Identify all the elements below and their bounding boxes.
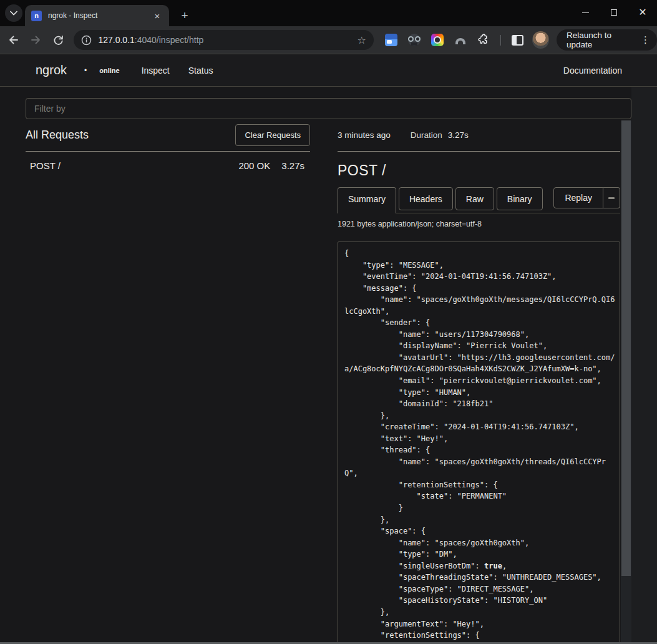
bookmark-star-icon[interactable]: ☆: [358, 34, 366, 46]
detail-duration-value: 3.27s: [448, 130, 469, 140]
requests-header: All Requests Clear Requests: [26, 119, 310, 152]
response-body-json: { "type": "MESSAGE", "eventTime": "2024-…: [344, 248, 620, 642]
status-dot-icon: •: [84, 66, 87, 75]
tab-raw[interactable]: Raw: [455, 187, 494, 210]
browser-menu-kebab-icon[interactable]: ⋮: [638, 34, 653, 46]
ngrok-inspect-page: ngrok • online Inspect Status Documentat…: [0, 54, 657, 644]
forward-icon: [31, 35, 41, 45]
request-detail-panel: 3 minutes ago Duration 3.27s POST / Summ…: [338, 119, 620, 644]
nav-link-documentation[interactable]: Documentation: [563, 66, 622, 76]
tab-title: ngrok - Inspect: [48, 11, 152, 20]
puzzle-icon: [477, 34, 490, 46]
maximize-icon: [611, 9, 617, 16]
request-row[interactable]: POST / 200 OK 3.27s: [26, 152, 310, 171]
goggle-mouth: [411, 42, 417, 46]
url-path: :4040/inspect/http: [135, 35, 204, 45]
request-duration: 3.27s: [281, 160, 304, 171]
response-body-block: { "type": "MESSAGE", "eventTime": "2024-…: [338, 242, 620, 644]
reload-icon: [53, 35, 64, 46]
close-button[interactable]: ✕: [628, 0, 657, 25]
site-info-icon[interactable]: [81, 35, 92, 46]
replay-split-button: Replay: [553, 187, 620, 208]
detail-duration-label: Duration: [411, 130, 442, 140]
minimize-button[interactable]: [571, 0, 600, 25]
profile-avatar[interactable]: [532, 31, 549, 49]
extension-tabs-icon[interactable]: [385, 34, 397, 46]
new-tab-button[interactable]: +: [177, 7, 193, 24]
back-icon: [8, 35, 19, 45]
goggle-lens-left: [408, 36, 414, 42]
close-icon: ✕: [638, 7, 646, 17]
detail-scrollbar-thumb[interactable]: [621, 120, 631, 576]
toolbar-separator: [500, 35, 501, 46]
nav-link-status[interactable]: Status: [188, 66, 213, 76]
tab-search-button[interactable]: [5, 4, 22, 22]
content-meta: 1921 bytes application/json; charset=utf…: [338, 220, 620, 228]
extensions-menu-button[interactable]: [477, 34, 490, 46]
arc-shape: [455, 38, 465, 44]
forward-button[interactable]: [27, 31, 45, 49]
reload-button[interactable]: [49, 31, 67, 49]
extensions-row: [385, 34, 523, 46]
browser-tab-active[interactable]: n ngrok - Inspect ×: [25, 5, 169, 26]
url-text[interactable]: 127.0.0.1:4040/inspect/http: [98, 35, 357, 45]
extension-tabs-detail: [387, 40, 392, 44]
relaunch-label: Relaunch to update: [567, 31, 638, 49]
clear-requests-button[interactable]: Clear Requests: [235, 124, 310, 146]
side-panel-button[interactable]: [512, 35, 523, 46]
tab-binary[interactable]: Binary: [497, 187, 543, 210]
tab-summary[interactable]: Summary: [338, 187, 396, 213]
page-content: All Requests Clear Requests POST / 200 O…: [26, 87, 631, 644]
tab-close-icon[interactable]: ×: [152, 10, 163, 21]
replay-dropdown-button[interactable]: [603, 187, 620, 208]
ngrok-brand[interactable]: ngrok: [36, 63, 67, 77]
nav-link-inspect[interactable]: Inspect: [142, 66, 170, 76]
requests-title: All Requests: [26, 129, 89, 142]
ngrok-favicon-icon: n: [31, 11, 42, 21]
address-bar[interactable]: 127.0.0.1:4040/inspect/http ☆: [74, 30, 373, 50]
detail-time-ago: 3 minutes ago: [338, 130, 391, 140]
filter-input[interactable]: [26, 98, 631, 119]
browser-tabstrip: n ngrok - Inspect × + ✕: [0, 0, 657, 26]
chevron-down-icon: [10, 11, 17, 16]
detail-meta-row: 3 minutes ago Duration 3.27s: [338, 119, 620, 152]
status-online-label: online: [99, 67, 119, 74]
ngrok-navbar: ngrok • online Inspect Status Documentat…: [0, 54, 657, 87]
detail-tabs: Summary Headers Raw Binary Replay: [338, 187, 620, 213]
detail-title: POST /: [338, 162, 620, 179]
replay-dropdown-icon: [608, 197, 615, 199]
extension-arc-icon[interactable]: [454, 34, 467, 46]
browser-toolbar: 127.0.0.1:4040/inspect/http ☆ Relaunch t…: [0, 26, 657, 54]
side-panel-inner: [517, 36, 522, 44]
relaunch-button[interactable]: Relaunch to update ⋮: [557, 29, 657, 51]
back-button[interactable]: [4, 31, 22, 49]
minimize-icon: [582, 12, 589, 13]
url-host: 127.0.0.1: [98, 35, 134, 45]
extension-lens-icon[interactable]: [431, 34, 444, 46]
extension-goggles-icon[interactable]: [408, 34, 421, 46]
lens-center: [434, 36, 441, 44]
tab-headers[interactable]: Headers: [399, 187, 453, 210]
maximize-button[interactable]: [600, 0, 628, 25]
page-right-rail: [631, 87, 657, 644]
goggle-lens-right: [415, 36, 421, 42]
requests-panel: All Requests Clear Requests POST / 200 O…: [26, 119, 310, 644]
request-status: 200 OK: [238, 160, 270, 171]
request-method-path: POST /: [30, 160, 238, 171]
replay-button[interactable]: Replay: [553, 187, 603, 208]
window-controls: ✕: [571, 0, 657, 25]
